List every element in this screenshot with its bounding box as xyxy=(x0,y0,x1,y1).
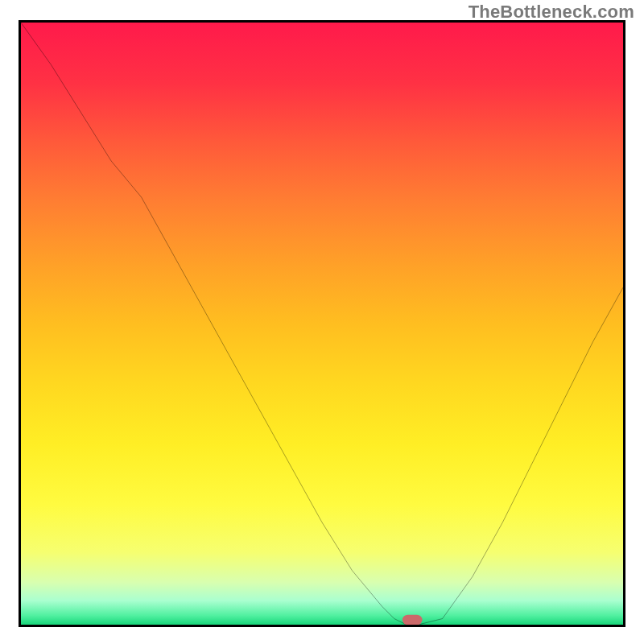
chart-container: TheBottleneck.com xyxy=(0,0,644,644)
optimal-marker xyxy=(21,23,623,625)
plot-frame xyxy=(19,20,625,627)
svg-rect-1 xyxy=(402,615,423,625)
